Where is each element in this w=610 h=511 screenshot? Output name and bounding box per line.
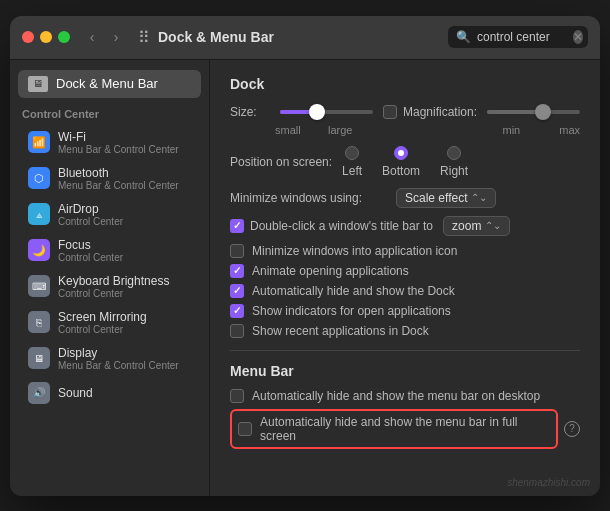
main-panel: Dock Size: Magnification: bbox=[210, 60, 600, 496]
minimize-app-cb[interactable] bbox=[230, 244, 244, 258]
sidebar-item-airdrop[interactable]: ⟁ AirDrop Control Center bbox=[18, 197, 201, 232]
radio-left[interactable] bbox=[345, 146, 359, 160]
size-label: Size: bbox=[230, 105, 270, 119]
doubleclick-dropdown-arrow: ⌃⌄ bbox=[485, 220, 501, 231]
sidebar-item-focus[interactable]: 🌙 Focus Control Center bbox=[18, 233, 201, 268]
search-clear-button[interactable]: ✕ bbox=[573, 30, 583, 44]
radio-inner bbox=[398, 150, 404, 156]
airdrop-name: AirDrop bbox=[58, 202, 123, 216]
keyboard-name: Keyboard Brightness bbox=[58, 274, 169, 288]
pos-right-label: Right bbox=[440, 164, 468, 178]
dock-icon: 🖥 bbox=[28, 76, 48, 92]
position-row: Position on screen: Left Bottom R bbox=[230, 146, 580, 178]
wifi-icon: 📶 bbox=[28, 131, 50, 153]
sidebar-item-dock[interactable]: 🖥 Dock & Menu Bar bbox=[18, 70, 201, 98]
check-icon4: ✓ bbox=[233, 305, 241, 316]
bluetooth-icon: ⬡ bbox=[28, 167, 50, 189]
content-area: 🖥 Dock & Menu Bar Control Center 📶 Wi-Fi… bbox=[10, 60, 600, 496]
maximize-button[interactable] bbox=[58, 31, 70, 43]
position-label: Position on screen: bbox=[230, 155, 332, 169]
doubleclick-checkbox[interactable]: ✓ bbox=[230, 219, 244, 233]
titlebar: ‹ › ⠿ Dock & Menu Bar 🔍 ✕ bbox=[10, 16, 600, 60]
radio-bottom[interactable] bbox=[394, 146, 408, 160]
position-bottom[interactable]: Bottom bbox=[382, 146, 420, 178]
position-right[interactable]: Right bbox=[440, 146, 468, 178]
keyboard-sub: Control Center bbox=[58, 288, 169, 299]
search-input[interactable] bbox=[477, 30, 567, 44]
wifi-name: Wi-Fi bbox=[58, 130, 179, 144]
sidebar-item-wifi[interactable]: 📶 Wi-Fi Menu Bar & Control Center bbox=[18, 125, 201, 160]
minimize-dropdown[interactable]: Scale effect ⌃⌄ bbox=[396, 188, 496, 208]
autohide-desktop-label: Automatically hide and show the menu bar… bbox=[252, 389, 540, 403]
mag-min-label: min bbox=[503, 124, 521, 136]
autohide-fullscreen-label: Automatically hide and show the menu bar… bbox=[260, 415, 550, 443]
airdrop-icon: ⟁ bbox=[28, 203, 50, 225]
sidebar-item-keyboard[interactable]: ⌨ Keyboard Brightness Control Center bbox=[18, 269, 201, 304]
minimize-row: Minimize windows using: Scale effect ⌃⌄ bbox=[230, 188, 580, 208]
doubleclick-label: Double-click a window's title bar to bbox=[250, 219, 433, 233]
focus-name: Focus bbox=[58, 238, 123, 252]
recent-cb[interactable] bbox=[230, 324, 244, 338]
focus-sub: Control Center bbox=[58, 252, 123, 263]
sidebar-item-sound[interactable]: 🔊 Sound bbox=[18, 377, 201, 409]
mag-thumb[interactable] bbox=[535, 104, 551, 120]
autohide-desktop-cb[interactable] bbox=[230, 389, 244, 403]
check-icon2: ✓ bbox=[233, 265, 241, 276]
checkbox-autohide-menubar-desktop: Automatically hide and show the menu bar… bbox=[230, 389, 580, 403]
wifi-sub: Menu Bar & Control Center bbox=[58, 144, 179, 155]
minimize-app-label: Minimize windows into application icon bbox=[252, 244, 457, 258]
sidebar-section-label: Control Center bbox=[10, 100, 209, 124]
doubleclick-dropdown[interactable]: zoom ⌃⌄ bbox=[443, 216, 510, 236]
search-box[interactable]: 🔍 ✕ bbox=[448, 26, 588, 48]
section-divider bbox=[230, 350, 580, 351]
indicators-cb[interactable]: ✓ bbox=[230, 304, 244, 318]
minimize-label: Minimize windows using: bbox=[230, 191, 390, 205]
minimize-value: Scale effect bbox=[405, 191, 467, 205]
size-track bbox=[280, 110, 373, 114]
checkbox-autohide-dock: ✓ Automatically hide and show the Dock bbox=[230, 284, 580, 298]
size-thumb[interactable] bbox=[309, 104, 325, 120]
airdrop-sub: Control Center bbox=[58, 216, 123, 227]
grid-icon: ⠿ bbox=[138, 28, 150, 47]
checkbox-animate: ✓ Animate opening applications bbox=[230, 264, 580, 278]
traffic-lights bbox=[22, 31, 70, 43]
minimize-dropdown-arrow: ⌃⌄ bbox=[471, 192, 487, 203]
display-icon: 🖥 bbox=[28, 347, 50, 369]
mag-max-label: max bbox=[559, 124, 580, 136]
position-left[interactable]: Left bbox=[342, 146, 362, 178]
sidebar-item-bluetooth[interactable]: ⬡ Bluetooth Menu Bar & Control Center bbox=[18, 161, 201, 196]
checkbox-recent: Show recent applications in Dock bbox=[230, 324, 580, 338]
menubar-section-title: Menu Bar bbox=[230, 363, 580, 379]
close-button[interactable] bbox=[22, 31, 34, 43]
watermark: shenmazhishi.com bbox=[507, 477, 590, 488]
sound-icon: 🔊 bbox=[28, 382, 50, 404]
mag-track bbox=[487, 110, 580, 114]
indicators-label: Show indicators for open applications bbox=[252, 304, 451, 318]
animate-cb[interactable]: ✓ bbox=[230, 264, 244, 278]
recent-label: Show recent applications in Dock bbox=[252, 324, 429, 338]
display-sub: Menu Bar & Control Center bbox=[58, 360, 179, 371]
magnification-checkbox[interactable] bbox=[383, 105, 397, 119]
back-button[interactable]: ‹ bbox=[82, 27, 102, 47]
autohide-fullscreen-cb[interactable] bbox=[238, 422, 252, 436]
radio-right[interactable] bbox=[447, 146, 461, 160]
magnification-toggle: Magnification: bbox=[383, 105, 477, 119]
mirror-name: Screen Mirroring bbox=[58, 310, 147, 324]
forward-button[interactable]: › bbox=[106, 27, 126, 47]
doubleclick-row: ✓ Double-click a window's title bar to z… bbox=[230, 216, 580, 236]
doubleclick-value: zoom bbox=[452, 219, 481, 233]
highlight-box: Automatically hide and show the menu bar… bbox=[230, 409, 558, 449]
animate-label: Animate opening applications bbox=[252, 264, 409, 278]
keyboard-icon: ⌨ bbox=[28, 275, 50, 297]
help-button[interactable]: ? bbox=[564, 421, 580, 437]
minimize-button[interactable] bbox=[40, 31, 52, 43]
sidebar-item-display[interactable]: 🖥 Display Menu Bar & Control Center bbox=[18, 341, 201, 376]
sidebar-item-mirroring[interactable]: ⎘ Screen Mirroring Control Center bbox=[18, 305, 201, 340]
magnification-label: Magnification: bbox=[403, 105, 477, 119]
checkbox-autohide-menubar-fullscreen-row: Automatically hide and show the menu bar… bbox=[230, 409, 580, 449]
autohide-dock-label: Automatically hide and show the Dock bbox=[252, 284, 455, 298]
mirror-sub: Control Center bbox=[58, 324, 147, 335]
position-options: Left Bottom Right bbox=[342, 146, 468, 178]
autohide-dock-cb[interactable]: ✓ bbox=[230, 284, 244, 298]
checkbox-minimize-app: Minimize windows into application icon bbox=[230, 244, 580, 258]
